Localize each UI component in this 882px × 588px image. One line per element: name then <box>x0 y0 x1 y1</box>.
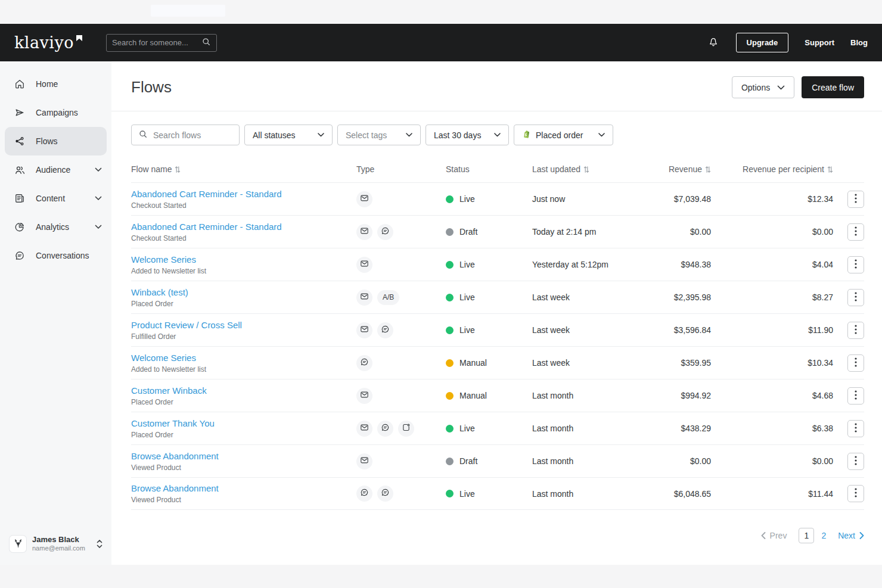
status-label: Live <box>459 489 475 499</box>
table-row: Abandoned Cart Reminder - StandardChecko… <box>131 215 864 248</box>
flow-trigger-label: Fulfilled Order <box>131 332 350 341</box>
tags-filter-dropdown[interactable]: Select tags <box>337 125 421 145</box>
flow-type-cell <box>356 257 446 273</box>
column-header-text: Flow name <box>131 164 172 174</box>
flow-type-cell <box>356 224 446 240</box>
date-range-dropdown[interactable]: Last 30 days <box>426 125 509 145</box>
flow-status-cell: Live <box>446 260 532 269</box>
last-updated-cell: Last week <box>532 293 636 302</box>
flow-name-cell: Customer Thank YouPlaced Order <box>131 418 356 439</box>
flow-name-cell: Product Review / Cross SellFulfilled Ord… <box>131 320 356 341</box>
flow-status-cell: Live <box>446 325 532 335</box>
table-row: Customer WinbackPlaced OrderManualLast m… <box>131 379 864 412</box>
flow-trigger-label: Viewed Product <box>131 463 350 472</box>
flow-name-link[interactable]: Abandoned Cart Reminder - Standard <box>131 189 282 199</box>
status-label: Live <box>459 194 475 204</box>
flow-name-link[interactable]: Welcome Series <box>131 353 196 363</box>
flow-name-link[interactable]: Browse Abandonment <box>131 451 219 461</box>
pagination: Prev 12 Next <box>111 510 882 561</box>
date-range-value: Last 30 days <box>434 130 481 140</box>
sidebar-item-content[interactable]: Content <box>0 184 111 213</box>
avatar <box>10 536 26 552</box>
options-button[interactable]: Options <box>732 76 794 98</box>
flow-trigger-label: Viewed Product <box>131 496 350 504</box>
revenue-per-recipient-cell: $0.00 <box>711 456 833 466</box>
flow-name-link[interactable]: Welcome Series <box>131 254 196 265</box>
revenue-per-recipient-cell: $11.44 <box>711 489 833 499</box>
page-number-1[interactable]: 1 <box>799 528 814 543</box>
prev-page-button[interactable]: Prev <box>761 531 787 540</box>
flow-status-cell: Live <box>446 293 532 302</box>
sidebar-item-audience[interactable]: Audience <box>0 155 111 184</box>
row-menu-button[interactable] <box>847 289 864 306</box>
bell-icon[interactable] <box>707 35 720 51</box>
status-dot <box>446 490 454 497</box>
column-header-label: Status <box>446 164 470 174</box>
kebab-icon <box>855 390 857 402</box>
sms-icon <box>359 357 369 369</box>
status-label: Draft <box>459 456 477 466</box>
chevron-down-icon <box>598 133 605 137</box>
column-header-revenue-per-recipient[interactable]: Revenue per recipient <box>711 164 833 174</box>
sort-icon <box>705 166 711 173</box>
page-number-list: 12 <box>799 528 826 543</box>
flow-type-cell: A/B <box>356 290 446 306</box>
flow-name-link[interactable]: Customer Winback <box>131 385 207 396</box>
chevron-down-icon <box>318 133 324 137</box>
last-updated-cell: Yesterday at 5:12pm <box>532 260 636 269</box>
flow-type-cell <box>356 388 446 404</box>
status-label: Draft <box>459 227 477 237</box>
flow-name-link[interactable]: Browse Abandonment <box>131 483 219 493</box>
sidebar-item-flows[interactable]: Flows <box>5 127 107 155</box>
sms-icon <box>359 487 369 500</box>
status-label: Live <box>459 293 475 302</box>
support-link[interactable]: Support <box>805 38 834 47</box>
search-flows-input[interactable]: Search flows <box>131 125 240 145</box>
column-header-flow-name[interactable]: Flow name <box>131 164 356 174</box>
sidebar-item-analytics[interactable]: Analytics <box>0 213 111 241</box>
row-menu-button[interactable] <box>847 322 864 339</box>
column-header-text: Last updated <box>532 164 580 174</box>
sms-channel-chip <box>356 486 372 502</box>
sidebar-item-campaigns[interactable]: Campaigns <box>0 98 111 127</box>
row-menu-button[interactable] <box>847 485 864 502</box>
row-menu-button[interactable] <box>847 223 864 241</box>
sidebar-item-conversations[interactable]: Conversations <box>0 241 111 270</box>
sms-icon <box>380 422 390 435</box>
conversion-metric-dropdown[interactable]: Placed order <box>514 125 613 145</box>
row-menu-button[interactable] <box>847 387 864 405</box>
column-header-revenue[interactable]: Revenue <box>636 164 711 174</box>
flow-type-cell <box>356 191 446 207</box>
row-menu-button[interactable] <box>847 420 864 437</box>
status-label: Manual <box>459 358 487 368</box>
create-flow-button[interactable]: Create flow <box>802 76 864 98</box>
upgrade-button[interactable]: Upgrade <box>736 33 789 52</box>
row-menu-button[interactable] <box>847 453 864 470</box>
status-filter-dropdown[interactable]: All statuses <box>244 125 333 145</box>
flow-name-link[interactable]: Abandoned Cart Reminder - Standard <box>131 222 282 232</box>
sidebar-nav: HomeCampaignsFlowsAudienceContentAnalyti… <box>0 70 111 270</box>
search-icon <box>138 129 148 141</box>
flow-name-link[interactable]: Winback (test) <box>131 287 188 297</box>
kebab-icon <box>855 292 857 303</box>
global-search-input[interactable]: Search for someone... <box>106 34 217 52</box>
push-channel-chip <box>398 421 414 437</box>
next-page-button[interactable]: Next <box>838 531 864 540</box>
column-header-text: Status <box>446 164 470 174</box>
user-menu[interactable]: James Black name@email.com <box>0 527 111 565</box>
sidebar-item-home[interactable]: Home <box>0 70 111 98</box>
page-header: Flows Options Create flow <box>111 61 882 111</box>
revenue-cell: $3,596.84 <box>636 325 711 335</box>
flow-status-cell: Draft <box>446 227 532 237</box>
column-header-last-updated[interactable]: Last updated <box>532 164 636 174</box>
row-menu-button[interactable] <box>847 256 864 273</box>
flow-name-link[interactable]: Product Review / Cross Sell <box>131 320 242 330</box>
flow-name-link[interactable]: Customer Thank You <box>131 418 215 428</box>
status-dot <box>446 195 454 203</box>
email-icon <box>359 193 369 206</box>
row-menu-button[interactable] <box>847 191 864 208</box>
ab-test-badge: A/B <box>377 290 399 305</box>
page-number-2[interactable]: 2 <box>821 531 826 540</box>
row-menu-button[interactable] <box>847 354 864 372</box>
blog-link[interactable]: Blog <box>850 38 868 47</box>
